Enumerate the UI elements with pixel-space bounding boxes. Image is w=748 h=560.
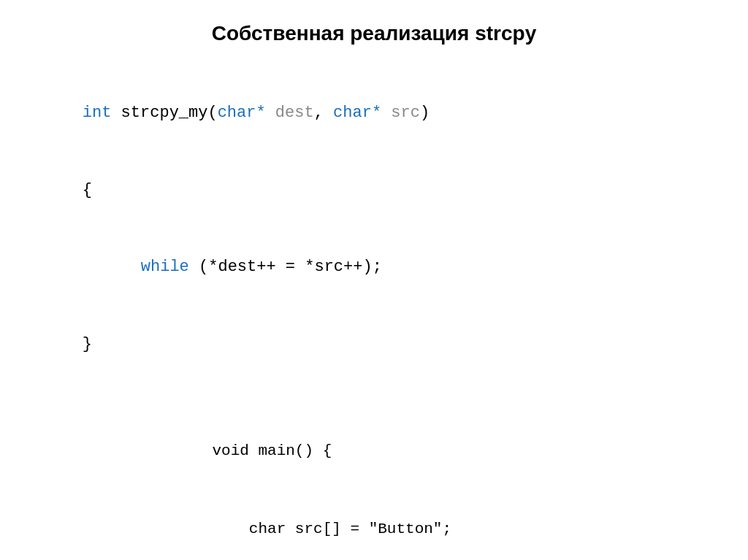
char-src: char src[] = "Button"; [212,521,451,537]
code-line-3: while (*dest++ = *src++); [44,229,704,306]
while-body: (*dest++ = *src++); [189,258,382,276]
code-line-2: { [44,152,704,229]
param-src: src [381,104,420,122]
keyword-char1: char* [218,104,266,122]
code2-line-1: void main() { [175,412,704,490]
page-title: Собственная реализация strcpy [212,22,536,45]
code2-line-2: char src[] = "Button"; [175,490,704,560]
code-block-1: int strcpy_my(char* dest, char* src) { w… [44,74,704,383]
func-name: strcpy_my( [111,104,217,122]
keyword-int: int [83,104,112,122]
code-line-1: int strcpy_my(char* dest, char* src) [44,74,704,152]
close-brace: } [83,335,92,353]
keyword-char2: char* [324,104,381,122]
param-dest: dest [266,104,314,122]
comma: , [314,104,324,122]
void-main: void main() { [212,442,332,459]
code-line-4: } [44,306,704,383]
paren-close: ) [420,104,430,122]
code-block-2: void main() { char src[] = "Button"; cha… [44,412,704,560]
open-brace: { [83,181,92,199]
keyword-while: while [141,258,189,276]
